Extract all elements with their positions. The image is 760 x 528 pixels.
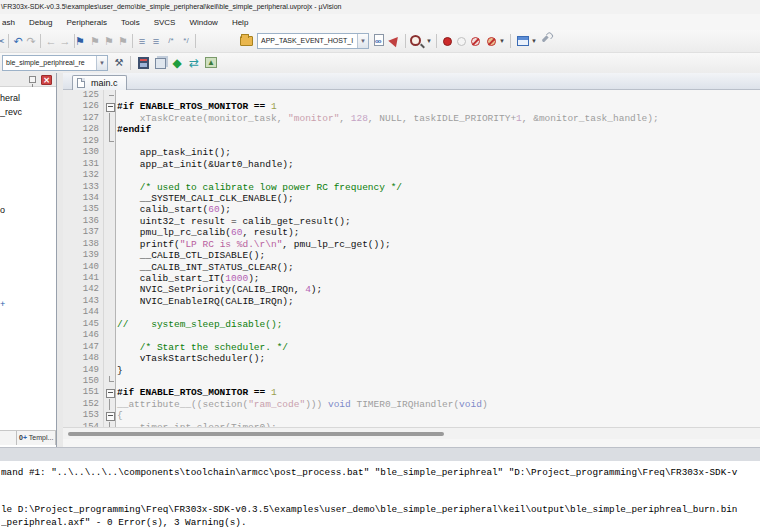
find-dropdown-icon[interactable]: ▼ <box>426 38 432 44</box>
fold-collapse-icon[interactable] <box>104 410 116 421</box>
bookmark-next-icon[interactable]: ⚑ <box>102 33 116 49</box>
code-line[interactable]: 134 __SYSTEM_CALI_CLK_ENABLE(); <box>63 193 760 204</box>
code-text: vTaskStartScheduler(); <box>116 353 760 364</box>
code-line[interactable]: 137 pmu_lp_rc_calib(60, result); <box>63 227 760 238</box>
pin-icon[interactable] <box>29 76 36 83</box>
download-icon[interactable]: ▲ <box>205 57 217 68</box>
project-sidebar[interactable]: ✕ heral _revc o + 0+ Templ... <box>0 73 57 447</box>
menu-item-help[interactable]: Help <box>225 18 255 27</box>
build-icon[interactable] <box>155 58 166 69</box>
code-line[interactable]: 151#if ENABLE_RTOS_MONITOR == 1 <box>63 387 760 398</box>
fold-margin <box>104 319 116 330</box>
menu-item-svcs[interactable]: SVCS <box>147 18 183 27</box>
configure-wrench-icon[interactable] <box>542 33 552 43</box>
batch-build-icon[interactable]: ⇄ <box>187 56 201 70</box>
bookmark-clear-icon[interactable]: ⚑ <box>116 33 130 49</box>
target-select-combo[interactable]: ble_simple_periphreal_re ▼ <box>2 55 108 71</box>
code-line[interactable]: 150 <box>63 376 760 387</box>
code-line[interactable]: 126#if ENABLE_RTOS_MONITOR == 1 <box>63 101 760 112</box>
paste-icon[interactable]: ✂ <box>0 33 7 49</box>
toolbar-build: ble_simple_periphreal_re ▼ ⚒ ◆ ⇄ ▲ <box>0 53 760 73</box>
undo-icon[interactable]: ↶ <box>11 33 25 49</box>
code-line[interactable]: 130 app_task_init(); <box>63 147 760 158</box>
code-line[interactable]: 139 __CALIB_CTL_DISABLE(); <box>63 250 760 261</box>
code-text: calib_start(60); <box>116 204 760 215</box>
code-line[interactable]: 149} <box>63 365 760 376</box>
chevron-down-icon[interactable]: ▼ <box>96 56 107 70</box>
unindent-icon[interactable]: ≡ <box>135 33 149 49</box>
horizontal-scrollbar[interactable] <box>63 427 760 439</box>
bookmark-toggle-icon[interactable]: ⚑ <box>73 33 87 49</box>
code-line[interactable]: 142 NVIC_SetPriority(CALIB_IRQn, 4); <box>63 284 760 295</box>
menu-item-window[interactable]: Window <box>182 18 224 27</box>
translate-icon[interactable] <box>138 57 149 69</box>
kill-breakpoints-icon[interactable] <box>471 37 480 46</box>
code-line[interactable]: 135 calib_start(60); <box>63 204 760 215</box>
tab-main-c[interactable]: main.c <box>72 75 127 90</box>
code-line[interactable]: 131 app_at_init(&Uart0_handle); <box>63 159 760 170</box>
menu-item-tools[interactable]: Tools <box>114 18 147 27</box>
debug-windows-icon[interactable] <box>517 36 529 46</box>
editor-pane: main.c 125126#if ENABLE_RTOS_MONITOR == … <box>63 73 760 447</box>
code-line[interactable]: 153{ <box>63 410 760 421</box>
code-line[interactable]: 143 NVIC_EnableIRQ(CALIB_IRQn); <box>63 296 760 307</box>
fold-collapse-icon[interactable] <box>104 387 116 398</box>
build-output[interactable]: mand #1: "..\..\..\..\components\toolcha… <box>0 461 760 528</box>
code-line[interactable]: 148 vTaskStartScheduler(); <box>63 353 760 364</box>
navigate-back-icon[interactable]: ← <box>44 33 58 49</box>
find-in-files-icon[interactable] <box>374 34 384 46</box>
code-line[interactable]: 128#endif <box>63 124 760 135</box>
scrollbar-thumb[interactable] <box>68 432 444 436</box>
incremental-find-icon[interactable] <box>388 34 401 47</box>
sidebar-tab-templates[interactable]: 0+ Templ... <box>17 431 56 445</box>
line-number: 142 <box>63 284 104 295</box>
menu-item-peripherals[interactable]: Peripherals <box>59 18 113 27</box>
rebuild-icon[interactable]: ◆ <box>170 56 184 70</box>
close-icon[interactable]: ✕ <box>41 75 52 85</box>
find-icon[interactable] <box>410 35 421 46</box>
code-line[interactable]: 136 uint32_t result = calib_get_result()… <box>63 216 760 227</box>
code-text: __CALIB_INT_STATUS_CLEAR(); <box>116 262 760 273</box>
code-line[interactable]: 146 <box>63 330 760 341</box>
code-line[interactable]: 138 printf("LP RC is %d.\r\n", pmu_lp_rc… <box>63 239 760 250</box>
code-line[interactable]: 127 xTaskCreate(monitor_task, "monitor",… <box>63 113 760 124</box>
code-line[interactable]: 147 /* Start the scheduler. */ <box>63 342 760 353</box>
indent-icon[interactable]: ≡ <box>149 33 163 49</box>
breakpoint-dropdown-icon[interactable]: ▼ <box>499 38 505 44</box>
search-combo[interactable]: APP_TASK_EVENT_HOST_I ▼ <box>257 33 369 49</box>
navigate-forward-icon[interactable]: → <box>58 33 72 49</box>
menu-item-flash[interactable]: ash <box>0 18 22 27</box>
code-line[interactable]: 125 <box>63 90 760 101</box>
code-line[interactable]: 132 <box>63 170 760 181</box>
code-line[interactable]: 152__attribute__((section("ram_code"))) … <box>63 399 760 410</box>
code-line[interactable]: 141 calib_start_IT(1000); <box>63 273 760 284</box>
insert-breakpoint-icon[interactable] <box>443 37 452 46</box>
code-line[interactable]: 129 <box>63 136 760 147</box>
bookmark-prev-icon[interactable]: ⚑ <box>88 33 102 49</box>
disable-breakpoint-icon[interactable] <box>457 37 466 46</box>
code-line[interactable]: 145// system_sleep_disable(); <box>63 319 760 330</box>
fold-margin <box>104 136 116 147</box>
tree-item[interactable]: heral <box>0 93 20 103</box>
disable-all-breakpoints-icon[interactable] <box>487 37 496 46</box>
chevron-down-icon[interactable]: ▼ <box>357 34 368 48</box>
code-line[interactable]: 140 __CALIB_INT_STATUS_CLEAR(); <box>63 262 760 273</box>
tree-item[interactable]: _revc <box>0 107 22 117</box>
fold-margin <box>104 353 116 364</box>
line-number: 132 <box>63 170 104 181</box>
comment-icon[interactable]: /* <box>164 33 178 49</box>
code-line[interactable]: 144 <box>63 307 760 318</box>
options-for-target-icon[interactable]: ⚒ <box>112 55 126 71</box>
windows-dropdown-icon[interactable]: ▼ <box>531 38 537 44</box>
code-line[interactable]: 133 /* used to calibrate low power RC fr… <box>63 182 760 193</box>
code-area[interactable]: 125126#if ENABLE_RTOS_MONITOR == 1127 xT… <box>63 90 760 427</box>
tree-item[interactable]: o <box>0 205 5 215</box>
menu-item-debug[interactable]: Debug <box>22 18 60 27</box>
tree-item[interactable]: + <box>0 299 5 309</box>
redo-icon[interactable]: ↷ <box>24 33 38 49</box>
sidebar-tab[interactable] <box>0 431 17 445</box>
open-folder-icon[interactable] <box>240 36 253 46</box>
fold-collapse-icon[interactable] <box>104 101 116 112</box>
pane-splitter[interactable] <box>0 447 760 461</box>
uncomment-icon[interactable]: */ <box>179 33 193 49</box>
